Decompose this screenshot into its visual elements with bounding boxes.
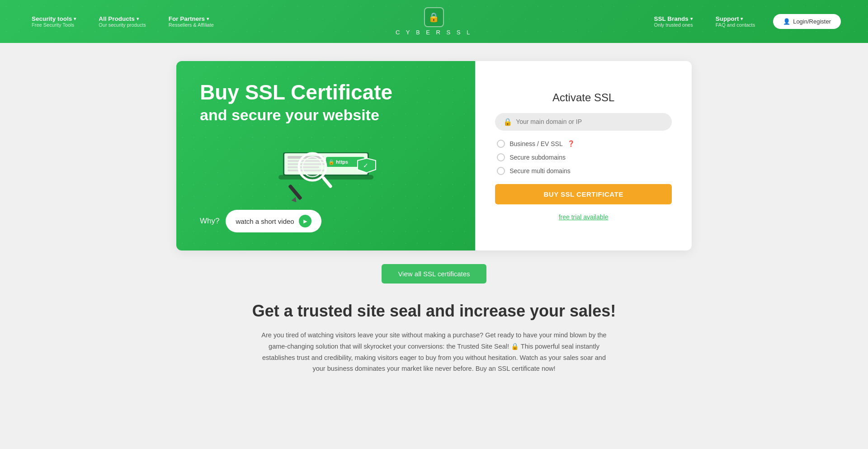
ssl-brands-label: SSL Brands bbox=[654, 15, 689, 22]
radio-multi-domains[interactable] bbox=[497, 167, 505, 175]
for-partners-label: For Partners bbox=[169, 15, 205, 22]
option-business-ev[interactable]: Business / EV SSL ❓ bbox=[497, 140, 670, 148]
domain-input-wrapper[interactable]: 🔒 bbox=[495, 113, 672, 131]
option-multi-domains[interactable]: Secure multi domains bbox=[497, 167, 670, 175]
view-all-wrapper: View all SSL certificates bbox=[27, 264, 841, 284]
chevron-down-icon: ▾ bbox=[690, 16, 693, 21]
option2-label: Secure subdomains bbox=[509, 154, 566, 161]
nav-ssl-brands[interactable]: SSL Brands ▾ Only trusted ones bbox=[650, 13, 698, 30]
laptop-svg: 🔒 https ✓ bbox=[254, 130, 398, 209]
section-desc: Are you tired of watching visitors leave… bbox=[258, 330, 610, 374]
nav-support[interactable]: Support ▾ FAQ and contacts bbox=[711, 13, 760, 30]
all-products-label: All Products bbox=[99, 15, 135, 22]
hero-card: Buy SSL Certificate and secure your webs… bbox=[176, 61, 692, 250]
hero-why-row: Why? watch a short video ▶ bbox=[200, 210, 452, 232]
hero-left-panel: Buy SSL Certificate and secure your webs… bbox=[176, 61, 475, 250]
input-lock-icon: 🔒 bbox=[503, 118, 512, 126]
site-logo[interactable]: 🔒 C Y B E R S S L bbox=[396, 7, 472, 36]
hero-title: Buy SSL Certificate bbox=[200, 81, 452, 104]
logo-lock-icon: 🔒 bbox=[424, 7, 444, 27]
navbar: Security tools ▾ Free Security Tools All… bbox=[0, 0, 868, 43]
chevron-down-icon: ▾ bbox=[207, 16, 209, 21]
help-icon[interactable]: ❓ bbox=[567, 140, 575, 147]
radio-business-ev[interactable] bbox=[497, 140, 505, 148]
nav-for-partners[interactable]: For Partners ▾ Ressellers & Affiliate bbox=[164, 13, 218, 30]
chevron-down-icon: ▾ bbox=[137, 16, 139, 21]
support-label: Support bbox=[716, 15, 739, 22]
ssl-brands-sub: Only trusted ones bbox=[654, 22, 693, 28]
security-tools-label: Security tools bbox=[32, 15, 72, 22]
radio-subdomains[interactable] bbox=[497, 153, 505, 161]
nav-all-products[interactable]: All Products ▾ Our security products bbox=[94, 13, 151, 30]
play-icon: ▶ bbox=[299, 215, 311, 227]
ssl-options-list: Business / EV SSL ❓ Secure subdomains Se… bbox=[495, 140, 672, 175]
for-partners-sub: Ressellers & Affiliate bbox=[169, 22, 214, 28]
domain-input[interactable] bbox=[516, 118, 664, 125]
svg-point-13 bbox=[302, 157, 322, 177]
hero-subtitle: and secure your website bbox=[200, 106, 452, 124]
user-icon: 👤 bbox=[783, 18, 790, 25]
support-sub: FAQ and contacts bbox=[716, 22, 755, 28]
option1-label: Business / EV SSL bbox=[509, 140, 563, 147]
hero-right-panel: Activate SSL 🔒 Business / EV SSL ❓ Secur… bbox=[475, 61, 692, 250]
svg-text:✓: ✓ bbox=[363, 162, 368, 169]
main-content: Buy SSL Certificate and secure your webs… bbox=[0, 43, 868, 449]
chevron-down-icon: ▾ bbox=[74, 16, 76, 21]
hero-illustration: 🔒 https ✓ bbox=[200, 133, 452, 205]
why-text: Why? bbox=[200, 217, 219, 226]
svg-marker-16 bbox=[291, 197, 298, 204]
option3-label: Secure multi domains bbox=[509, 167, 571, 175]
security-tools-sub: Free Security Tools bbox=[32, 22, 76, 28]
chevron-down-icon: ▾ bbox=[741, 16, 743, 21]
login-register-button[interactable]: 👤 Login/Register bbox=[773, 14, 841, 29]
activate-ssl-title: Activate SSL bbox=[495, 91, 672, 104]
buy-ssl-button[interactable]: BUY SSL CERTIFICATE bbox=[495, 184, 672, 204]
free-trial-link[interactable]: free trial available bbox=[495, 213, 672, 221]
nav-right: SSL Brands ▾ Only trusted ones Support ▾… bbox=[650, 13, 841, 30]
option-subdomains[interactable]: Secure subdomains bbox=[497, 153, 670, 161]
watch-video-button[interactable]: watch a short video ▶ bbox=[226, 210, 321, 232]
logo-text: C Y B E R S S L bbox=[396, 29, 472, 36]
trust-section: Get a trusted site seal and increase you… bbox=[176, 297, 692, 374]
login-label: Login/Register bbox=[793, 18, 831, 25]
nav-left: Security tools ▾ Free Security Tools All… bbox=[27, 13, 218, 30]
all-products-sub: Our security products bbox=[99, 22, 146, 28]
svg-text:🔒 https: 🔒 https bbox=[328, 159, 348, 165]
view-all-certificates-button[interactable]: View all SSL certificates bbox=[382, 264, 486, 284]
nav-security-tools[interactable]: Security tools ▾ Free Security Tools bbox=[27, 13, 80, 30]
watch-video-label: watch a short video bbox=[236, 217, 294, 225]
section-title: Get a trusted site seal and increase you… bbox=[176, 302, 692, 321]
